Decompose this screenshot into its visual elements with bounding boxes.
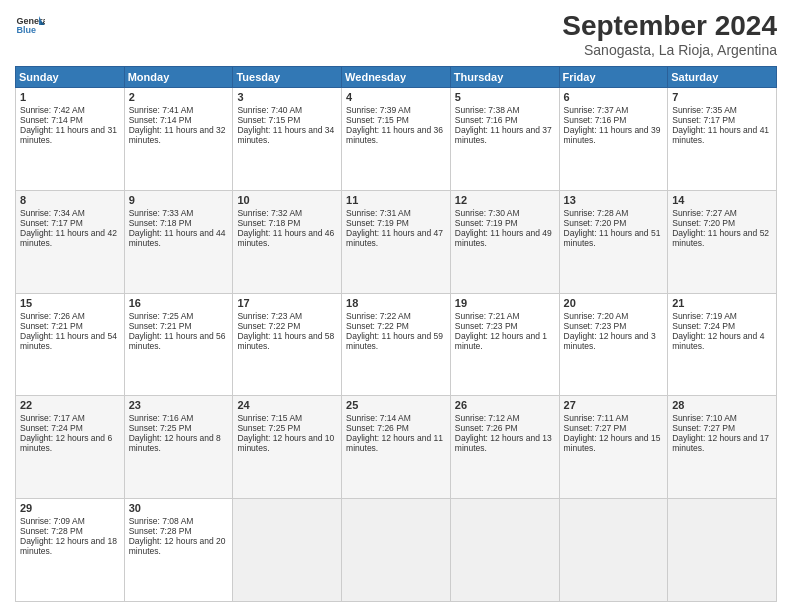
- table-row: 8Sunrise: 7:34 AMSunset: 7:17 PMDaylight…: [16, 190, 125, 293]
- calendar-week-row: 8Sunrise: 7:34 AMSunset: 7:17 PMDaylight…: [16, 190, 777, 293]
- col-saturday: Saturday: [668, 67, 777, 88]
- calendar-header-row: Sunday Monday Tuesday Wednesday Thursday…: [16, 67, 777, 88]
- table-row: 26Sunrise: 7:12 AMSunset: 7:26 PMDayligh…: [450, 396, 559, 499]
- table-row: 30Sunrise: 7:08 AMSunset: 7:28 PMDayligh…: [124, 499, 233, 602]
- table-row: [668, 499, 777, 602]
- table-row: 23Sunrise: 7:16 AMSunset: 7:25 PMDayligh…: [124, 396, 233, 499]
- table-row: [342, 499, 451, 602]
- table-row: 28Sunrise: 7:10 AMSunset: 7:27 PMDayligh…: [668, 396, 777, 499]
- table-row: 22Sunrise: 7:17 AMSunset: 7:24 PMDayligh…: [16, 396, 125, 499]
- table-row: 1Sunrise: 7:42 AMSunset: 7:14 PMDaylight…: [16, 88, 125, 191]
- table-row: 11Sunrise: 7:31 AMSunset: 7:19 PMDayligh…: [342, 190, 451, 293]
- month-title: September 2024: [562, 10, 777, 42]
- col-wednesday: Wednesday: [342, 67, 451, 88]
- logo: General Blue: [15, 10, 45, 40]
- calendar-week-row: 15Sunrise: 7:26 AMSunset: 7:21 PMDayligh…: [16, 293, 777, 396]
- table-row: 19Sunrise: 7:21 AMSunset: 7:23 PMDayligh…: [450, 293, 559, 396]
- col-sunday: Sunday: [16, 67, 125, 88]
- title-block: September 2024 Sanogasta, La Rioja, Arge…: [562, 10, 777, 58]
- logo-icon: General Blue: [15, 10, 45, 40]
- calendar-week-row: 29Sunrise: 7:09 AMSunset: 7:28 PMDayligh…: [16, 499, 777, 602]
- table-row: 6Sunrise: 7:37 AMSunset: 7:16 PMDaylight…: [559, 88, 668, 191]
- calendar-week-row: 1Sunrise: 7:42 AMSunset: 7:14 PMDaylight…: [16, 88, 777, 191]
- table-row: [233, 499, 342, 602]
- table-row: 17Sunrise: 7:23 AMSunset: 7:22 PMDayligh…: [233, 293, 342, 396]
- page: General Blue September 2024 Sanogasta, L…: [0, 0, 792, 612]
- table-row: 20Sunrise: 7:20 AMSunset: 7:23 PMDayligh…: [559, 293, 668, 396]
- table-row: 29Sunrise: 7:09 AMSunset: 7:28 PMDayligh…: [16, 499, 125, 602]
- table-row: 16Sunrise: 7:25 AMSunset: 7:21 PMDayligh…: [124, 293, 233, 396]
- header: General Blue September 2024 Sanogasta, L…: [15, 10, 777, 58]
- table-row: 18Sunrise: 7:22 AMSunset: 7:22 PMDayligh…: [342, 293, 451, 396]
- table-row: 14Sunrise: 7:27 AMSunset: 7:20 PMDayligh…: [668, 190, 777, 293]
- calendar-table: Sunday Monday Tuesday Wednesday Thursday…: [15, 66, 777, 602]
- table-row: 5Sunrise: 7:38 AMSunset: 7:16 PMDaylight…: [450, 88, 559, 191]
- col-tuesday: Tuesday: [233, 67, 342, 88]
- table-row: 9Sunrise: 7:33 AMSunset: 7:18 PMDaylight…: [124, 190, 233, 293]
- table-row: 2Sunrise: 7:41 AMSunset: 7:14 PMDaylight…: [124, 88, 233, 191]
- table-row: 27Sunrise: 7:11 AMSunset: 7:27 PMDayligh…: [559, 396, 668, 499]
- table-row: 7Sunrise: 7:35 AMSunset: 7:17 PMDaylight…: [668, 88, 777, 191]
- col-monday: Monday: [124, 67, 233, 88]
- table-row: 21Sunrise: 7:19 AMSunset: 7:24 PMDayligh…: [668, 293, 777, 396]
- table-row: 4Sunrise: 7:39 AMSunset: 7:15 PMDaylight…: [342, 88, 451, 191]
- calendar-week-row: 22Sunrise: 7:17 AMSunset: 7:24 PMDayligh…: [16, 396, 777, 499]
- table-row: [450, 499, 559, 602]
- table-row: [559, 499, 668, 602]
- col-friday: Friday: [559, 67, 668, 88]
- table-row: 15Sunrise: 7:26 AMSunset: 7:21 PMDayligh…: [16, 293, 125, 396]
- table-row: 10Sunrise: 7:32 AMSunset: 7:18 PMDayligh…: [233, 190, 342, 293]
- table-row: 24Sunrise: 7:15 AMSunset: 7:25 PMDayligh…: [233, 396, 342, 499]
- table-row: 3Sunrise: 7:40 AMSunset: 7:15 PMDaylight…: [233, 88, 342, 191]
- table-row: 25Sunrise: 7:14 AMSunset: 7:26 PMDayligh…: [342, 396, 451, 499]
- svg-text:Blue: Blue: [17, 25, 37, 35]
- subtitle: Sanogasta, La Rioja, Argentina: [562, 42, 777, 58]
- table-row: 13Sunrise: 7:28 AMSunset: 7:20 PMDayligh…: [559, 190, 668, 293]
- col-thursday: Thursday: [450, 67, 559, 88]
- table-row: 12Sunrise: 7:30 AMSunset: 7:19 PMDayligh…: [450, 190, 559, 293]
